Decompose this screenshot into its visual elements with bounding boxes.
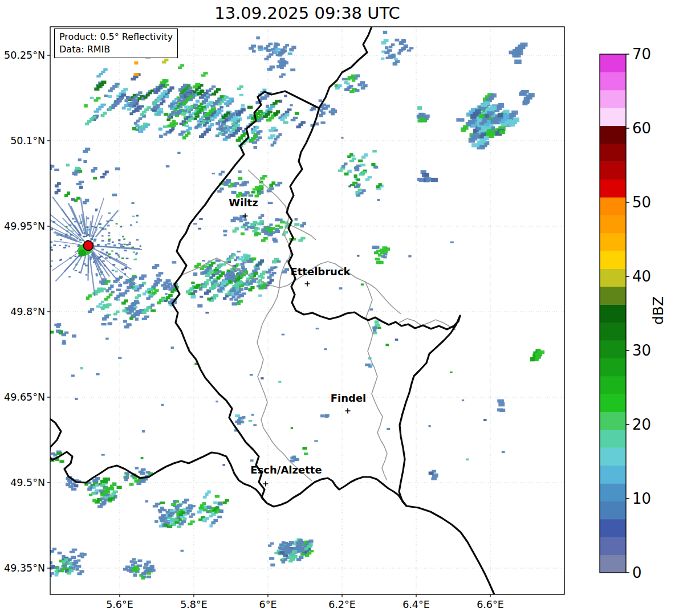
echo-pixel: [72, 334, 76, 338]
echo-pixel: [70, 551, 75, 553]
echo-pixel: [232, 296, 236, 299]
echo-pixel: [482, 120, 487, 123]
echo-pixel: [161, 514, 166, 516]
echo-pixel: [237, 88, 241, 91]
echo-pixel: [385, 247, 390, 251]
echo-pixel: [156, 104, 160, 107]
echo-pixel: [349, 85, 353, 87]
echo-pixel: [110, 87, 115, 90]
echo-pixel: [139, 471, 144, 473]
echo-pixel: [280, 58, 285, 61]
echo-pixel: [47, 504, 50, 506]
echo-pixel: [239, 221, 243, 222]
echo-pixel: [290, 104, 292, 107]
city-label: Findel: [331, 392, 367, 404]
echo-pixel: [225, 280, 228, 283]
echo-pixel: [76, 197, 80, 200]
echo-pixel: [371, 163, 375, 166]
echo-pixel: [409, 47, 414, 50]
echo-pixel: [272, 272, 276, 274]
echo-pixel: [223, 127, 227, 129]
echo-pixel: [157, 113, 161, 116]
echo-pixel: [135, 110, 140, 112]
district-border: [257, 288, 312, 481]
echo-pixel: [138, 91, 142, 94]
echo-pixel: [67, 562, 72, 565]
echo-pixel: [62, 340, 66, 343]
echo-pixel: [57, 182, 61, 186]
echo-pixel: [181, 130, 186, 133]
echo-pixel: [189, 289, 193, 292]
echo-pixel: [30, 584, 35, 586]
echo-pixel: [239, 94, 243, 96]
echo-pixel: [214, 269, 219, 272]
echo-pixel: [280, 48, 284, 51]
product-info-box: Product: 0.5° Reflectivity Data: RMIB: [54, 28, 178, 58]
echo-pixel: [514, 60, 522, 64]
echo-pixel: [383, 31, 388, 34]
echo-pixel: [200, 84, 203, 87]
echo-pixel: [177, 525, 181, 528]
echo-pixel: [109, 495, 113, 497]
echo-pixel: [273, 102, 278, 105]
echo-pixel: [129, 284, 133, 287]
echo-pixel: [63, 247, 66, 248]
echo-pixel: [215, 401, 218, 402]
echo-pixel: [361, 284, 364, 286]
echo-pixel: [202, 260, 205, 262]
echo-pixel: [68, 246, 70, 247]
echo-pixel: [204, 130, 209, 133]
echo-pixel: [218, 125, 223, 128]
echo-pixel: [260, 177, 265, 180]
echo-pixel: [180, 64, 184, 67]
echo-pixel: [55, 573, 59, 577]
echo-pixel: [177, 152, 180, 154]
echo-pixel: [283, 554, 288, 557]
echo-pixel: [107, 303, 112, 306]
echo-pixel: [278, 182, 283, 184]
echo-pixel: [213, 103, 218, 105]
colorbar-band: [600, 447, 626, 466]
echo-pixel: [316, 328, 319, 329]
echo-pixel: [127, 312, 132, 315]
echo-pixel: [397, 52, 401, 55]
echo-pixel: [103, 478, 107, 480]
echo-pixel: [158, 279, 162, 282]
echo-pixel: [51, 452, 55, 455]
echo-pixel: [429, 425, 431, 427]
echo-pixel: [205, 99, 209, 102]
echo-pixel: [359, 173, 365, 176]
echo-pixel: [295, 218, 298, 221]
echo-pixel: [211, 262, 215, 264]
echo-pixel: [401, 39, 406, 43]
echo-pixel: [166, 119, 170, 121]
echo-pixel: [106, 252, 108, 254]
echo-pixel: [251, 258, 256, 260]
echo-pixel: [128, 243, 131, 245]
echo-pixel: [54, 169, 59, 171]
echo-pixel: [154, 264, 159, 267]
echo-pixel: [226, 112, 230, 115]
echo-pixel: [56, 325, 60, 328]
echo-pixel: [408, 255, 411, 258]
echo-pixel: [314, 440, 318, 442]
echo-pixel: [233, 217, 238, 220]
echo-pixel: [108, 89, 113, 92]
echo-pixel: [111, 291, 115, 293]
echo-pixel: [173, 500, 176, 503]
echo-pixel: [257, 285, 261, 287]
echo-pixel: [251, 414, 254, 416]
echo-pixel: [372, 246, 376, 249]
echo-pixel: [108, 240, 111, 242]
echo-pixel: [385, 344, 389, 346]
echo-pixel: [523, 100, 529, 104]
echo-pixel: [76, 183, 82, 185]
echo-pixel: [96, 275, 98, 277]
echo-pixel: [132, 276, 137, 278]
echo-pixel: [376, 261, 381, 264]
colorbar-band: [600, 197, 626, 215]
echo-pixel: [209, 88, 213, 90]
echo-pixel: [112, 242, 114, 243]
echo-pixel: [394, 58, 398, 60]
echo-pixel: [28, 585, 32, 588]
